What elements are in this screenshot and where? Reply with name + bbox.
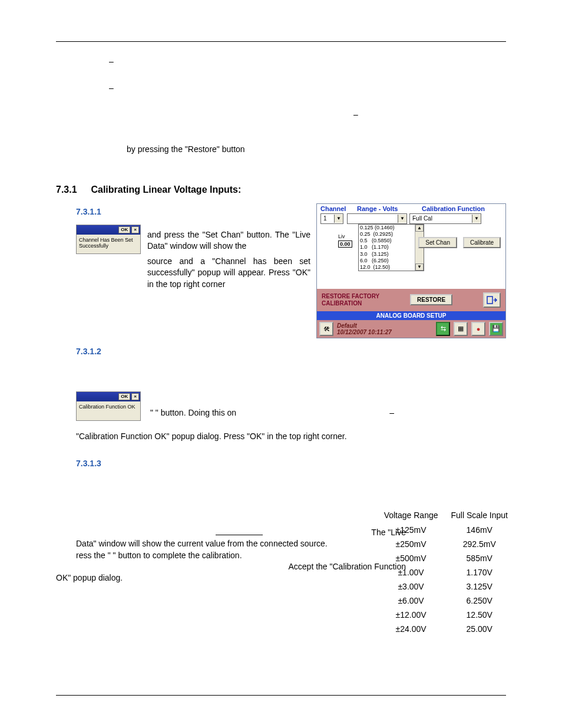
step-text: "Calibration Function OK" popup dialog. … [76, 431, 506, 441]
range-item[interactable]: 0.5 (0.5850) [359, 238, 424, 244]
popup-message: Calibration Function OK [77, 401, 140, 420]
table-row: ±12.00V12.50V [378, 608, 514, 621]
function-dropdown[interactable]: Full Cal ▼ [409, 213, 481, 224]
restore-text: by pressing the "Restore" button [127, 144, 506, 155]
tool-icon[interactable]: 🛠 [319, 322, 333, 336]
blank-underline [216, 535, 263, 535]
section-title: Calibrating Linear Voltage Inputs: [91, 185, 241, 195]
ok-button[interactable]: OK [118, 393, 130, 400]
close-icon[interactable]: × [131, 226, 139, 233]
range-item[interactable]: 1.0 (1.170) [359, 244, 424, 251]
alert-icon[interactable]: ● [471, 322, 485, 336]
table-row: ±500mV585mV [378, 552, 514, 565]
table-row: ±3.00V3.125V [378, 580, 514, 593]
close-icon[interactable]: × [131, 393, 139, 400]
timestamp: 10/12/2007 10:11:27 [337, 329, 432, 335]
scroll-up-icon[interactable]: ▲ [415, 225, 424, 232]
range-listbox[interactable]: 0.125 (0.1460) 0.25 (0.2925) 0.5 (0.5850… [358, 224, 424, 272]
live-value: 0.00 [338, 241, 352, 248]
scroll-down-icon[interactable]: ▼ [415, 263, 424, 271]
step-text: " " button. Doing this on [150, 408, 236, 417]
calibrate-button[interactable]: Calibrate [463, 237, 501, 248]
exit-icon[interactable] [483, 292, 501, 308]
range-dropdown[interactable]: ▼ [347, 213, 407, 224]
calibration-screenshot: Channel Range - Volts Calibration Functi… [316, 203, 506, 338]
set-chan-button[interactable]: Set Chan [418, 237, 457, 248]
function-value: Full Cal [410, 215, 472, 222]
restore-button[interactable]: RESTORE [410, 294, 452, 305]
channel-dropdown[interactable]: 1 ▼ [320, 213, 343, 224]
mid-dash: – [353, 110, 358, 119]
ok-icon[interactable]: ⇆ [436, 322, 450, 336]
table-header: Voltage Range [378, 508, 444, 522]
table-header: Full Scale Input [445, 508, 514, 522]
subsection-number: 7.3.1.2 [76, 347, 506, 356]
step-text: ress the " " button to complete the cali… [76, 550, 371, 562]
voltage-table: Voltage Range Full Scale Input ±125mV146… [377, 507, 515, 637]
section-heading: 7.3.1 Calibrating Linear Voltage Inputs: [56, 185, 506, 195]
popup-cal-ok: OK × Calibration Function OK [76, 391, 141, 421]
table-row: ±1.00V1.170V [378, 566, 514, 579]
step-text: Data" window will show the current value… [76, 538, 371, 550]
section-number: 7.3.1 [56, 185, 88, 195]
status-default: Default 10/12/2007 10:11:27 [337, 322, 432, 335]
chevron-down-icon: ▼ [398, 215, 406, 223]
live-label: Liv [338, 233, 352, 239]
chevron-down-icon: ▼ [472, 215, 481, 223]
popup-message: Channel Has Been Set Successfully [77, 235, 140, 253]
ok-button[interactable]: OK [118, 226, 130, 233]
col-function: Calibration Function [422, 205, 502, 212]
analog-setup-bar: ANALOG BOARD SETUP [317, 311, 505, 320]
step-text: Accept the "Calibration Function [76, 561, 406, 573]
range-item[interactable]: 6.0 (6.250) [359, 258, 424, 264]
table-row: ±125mV146mV [378, 523, 514, 536]
range-item[interactable]: 12.0 (12.50) [359, 264, 424, 271]
live-data-box: Liv 0.00 [338, 233, 352, 248]
table-row: ±24.00V25.00V [378, 622, 514, 635]
svg-rect-0 [487, 297, 492, 304]
dash: – [389, 408, 394, 417]
range-item[interactable]: 0.125 (0.1460) [359, 225, 424, 231]
bullet-dash: – [109, 83, 114, 93]
table-row: ±250mV292.5mV [378, 538, 514, 551]
range-item[interactable]: 3.0 (3.125) [359, 251, 424, 258]
table-row: ±6.00V6.250V [378, 594, 514, 607]
save-icon[interactable]: 💾 [489, 322, 503, 336]
grid-icon[interactable]: ▦ [454, 322, 468, 336]
bullet-dash: – [109, 57, 114, 66]
subsection-number: 7.3.1.3 [76, 459, 506, 468]
col-range: Range - Volts [357, 205, 422, 212]
restore-factory-label: RESTORE FACTORY CALIBRATION [322, 293, 379, 307]
chevron-down-icon: ▼ [334, 215, 343, 223]
col-channel: Channel [320, 205, 357, 212]
popup-set-success: OK × Channel Has Been Set Successfully [76, 225, 141, 254]
channel-value: 1 [321, 215, 334, 222]
range-item[interactable]: 0.25 (0.2925) [359, 231, 424, 238]
